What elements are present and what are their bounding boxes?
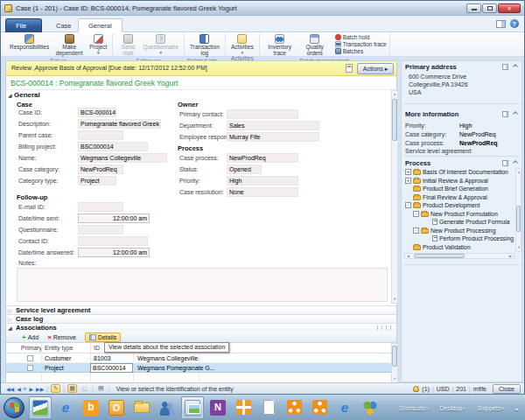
show-hidden-icons-button[interactable]: ▴ — [515, 405, 518, 411]
batches-button[interactable]: Batches — [335, 48, 387, 54]
close-button[interactable]: Close — [493, 384, 521, 394]
tree-item-product-brief[interactable]: Product Brief Generation — [413, 185, 488, 192]
field-name[interactable]: Wegmans Collegeville — [78, 153, 167, 163]
minimize-button[interactable] — [466, 4, 481, 13]
toolbar-shortcuts[interactable]: Shortcuts» — [399, 405, 428, 411]
taskbar-app-grid[interactable] — [232, 396, 255, 419]
tree-item-product-validation[interactable]: Product Validation — [413, 243, 471, 251]
edit-record-button[interactable]: ✎ — [51, 384, 60, 393]
column-id[interactable]: ID — [94, 343, 100, 354]
notifications-bell-icon[interactable] — [413, 386, 419, 392]
grid-view-button[interactable]: ▦ — [67, 384, 77, 393]
taskbar-org-app-2[interactable] — [308, 396, 331, 419]
taskbar-dynamics-logo[interactable] — [359, 396, 382, 419]
tree-item-final-review[interactable]: Final Review & Approval — [413, 193, 487, 201]
title-bar[interactable]: Case (1 - 201) - Case ID: BCS-000014, Po… — [1, 1, 524, 16]
responsibilities-button[interactable]: Responsibilities — [7, 33, 52, 51]
remove-button[interactable]: × Remove — [47, 333, 76, 341]
field-billing-project[interactable]: BSC000014 — [78, 142, 148, 151]
first-record-icon[interactable]: ◀◀ — [6, 386, 14, 392]
scroll-up-icon[interactable]: ▲ — [392, 92, 397, 97]
toolbar-snippets[interactable]: Snippets» — [477, 405, 504, 411]
association-row-project[interactable]: Project BSC000014 Wegmans Pomegranate G.… — [6, 363, 392, 373]
tab-general[interactable]: General — [78, 18, 122, 32]
taskbar-internet-explorer-2[interactable]: e — [333, 396, 356, 419]
form-scrollbar[interactable]: ▲ ▼ — [391, 90, 398, 304]
project-button[interactable]: Project ▾ — [87, 33, 109, 54]
cell-id-editing[interactable]: BSC000014 — [90, 363, 133, 373]
field-case-process[interactable]: NewProdReq — [227, 153, 298, 163]
field-datetime-sent[interactable]: 12:00:00 am — [78, 214, 150, 223]
field-parent-case[interactable] — [78, 130, 123, 140]
field-email-id[interactable] — [78, 202, 123, 212]
field-status[interactable]: Opened — [227, 164, 262, 174]
scroll-down-icon[interactable]: ▼ — [392, 376, 397, 382]
activities-button[interactable]: Activities ▾ — [228, 33, 256, 54]
scroll-up-icon[interactable]: ▲ — [516, 170, 522, 175]
column-primary[interactable]: Primary — [21, 343, 42, 354]
collapse-minus-icon[interactable]: - — [405, 202, 411, 208]
tree-item-new-product-formulation[interactable]: - New Product Formulation — [413, 210, 498, 218]
questionnaire-button[interactable]: ? Questionnaire ▾ — [140, 33, 180, 54]
splitter-handle[interactable] — [377, 326, 391, 330]
previous-record-icon[interactable]: ◀ — [17, 386, 21, 392]
close-window-button[interactable]: ✕ — [498, 4, 521, 13]
file-tab[interactable]: File▾ — [5, 18, 42, 32]
tree-item-new-product-processing[interactable]: - New Product Processing — [413, 227, 495, 234]
next-record-icon[interactable]: ▶ — [29, 386, 33, 392]
taskbar-bing[interactable]: b — [80, 396, 102, 419]
taskbar-contacts[interactable] — [156, 396, 178, 419]
details-button[interactable]: Details — [85, 332, 121, 342]
factbox-menu-icon[interactable] — [502, 111, 508, 117]
field-case-id[interactable]: BCS-000014 — [78, 108, 116, 117]
tab-case[interactable]: Case — [46, 18, 81, 32]
quality-orders-button[interactable]: Quality orders — [298, 33, 332, 57]
grid-scrollbar[interactable]: ▼ — [391, 343, 398, 383]
scrollbar-thumb[interactable] — [392, 346, 397, 367]
tree-item-generate-product-formula[interactable]: Generate Product Formula — [432, 218, 509, 226]
taskbar-internet-explorer[interactable]: e — [54, 396, 77, 419]
stop-icon[interactable]: ■ — [24, 386, 27, 391]
field-case-resolution[interactable]: None — [227, 187, 298, 197]
send-mail-button[interactable]: Send mail — [116, 33, 140, 57]
taskbar-onenote[interactable]: N — [206, 396, 229, 419]
collapse-chevron-icon[interactable] — [513, 64, 518, 69]
attachments-button[interactable]: ▤ — [96, 384, 106, 393]
taskbar-explorer-folder[interactable] — [130, 396, 153, 419]
factbox-menu-icon[interactable] — [502, 64, 508, 70]
make-dependent-button[interactable]: Make dependent — [52, 33, 87, 57]
field-description[interactable]: Pomegranate flavored Greek Yogur — [78, 119, 161, 129]
tree-item-initial-review[interactable]: + Initial Review & Approval — [405, 177, 488, 185]
section-case-log[interactable]: ▷ Case log — [6, 314, 396, 323]
scrollbar-thumb[interactable] — [414, 254, 465, 258]
field-primary-contact[interactable] — [227, 109, 298, 119]
factbox-menu-icon[interactable] — [502, 160, 508, 166]
field-datetime-answered[interactable]: 12:00:00 am — [78, 248, 150, 257]
help-icon[interactable]: ? — [510, 19, 519, 28]
tree-item-basis-of-interest[interactable]: + Basis Of Interest Documentation — [405, 168, 508, 176]
scroll-down-icon[interactable]: ▼ — [392, 297, 397, 302]
collapse-minus-icon[interactable]: - — [413, 211, 419, 217]
start-button[interactable] — [4, 397, 24, 418]
batch-hold-button[interactable]: Batch hold — [335, 34, 387, 40]
tree-item-product-development[interactable]: - Product Development — [405, 201, 480, 209]
add-button[interactable]: + Add — [22, 333, 38, 341]
taskbar-dynamics-ax[interactable] — [29, 396, 52, 419]
field-priority[interactable]: High — [227, 176, 298, 186]
field-contact-id[interactable] — [78, 236, 148, 246]
new-window-button[interactable]: □ — [80, 384, 89, 393]
association-row-customer[interactable]: Customer 81003 Wegmans Collegeville — [6, 354, 392, 363]
taskbar-document[interactable] — [257, 396, 280, 419]
scroll-down-icon[interactable]: ▼ — [516, 245, 522, 250]
alert-document-icon[interactable] — [346, 64, 353, 73]
column-entity-type[interactable]: Entity type — [45, 343, 74, 354]
field-questionnaire[interactable] — [78, 225, 123, 234]
scrollbar-thumb[interactable] — [392, 99, 397, 141]
transaction-trace-button[interactable]: Transaction trace — [335, 41, 387, 47]
actions-button[interactable]: Actions ▸ — [357, 63, 394, 74]
field-category-type[interactable]: Project — [78, 176, 116, 186]
field-case-category[interactable]: NewProdReq — [78, 164, 123, 174]
primary-checkbox[interactable] — [27, 365, 33, 371]
taskbar-outlook[interactable]: O — [105, 396, 128, 419]
scroll-left-icon[interactable]: ◀ — [407, 254, 410, 258]
